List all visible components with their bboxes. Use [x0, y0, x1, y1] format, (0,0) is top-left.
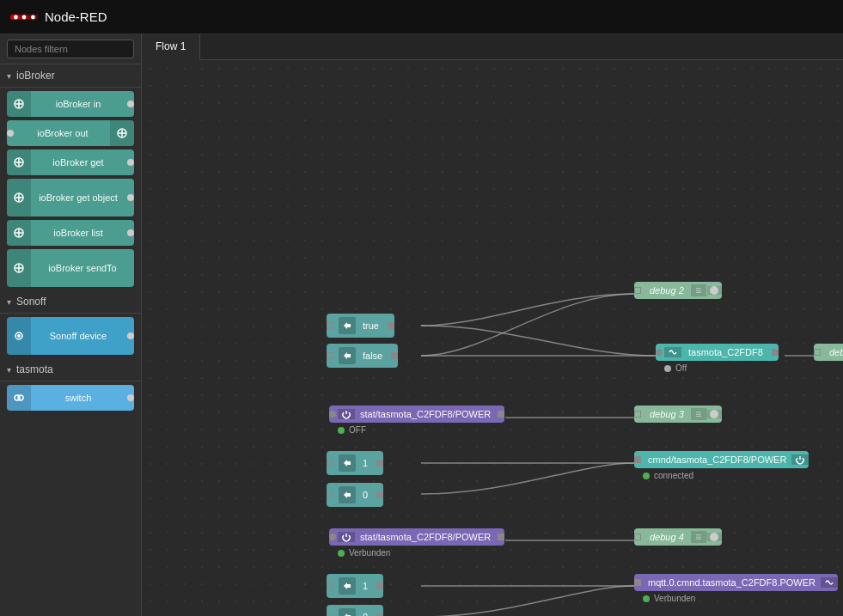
canvas-node-debug4[interactable]: debug 4 ≡: [634, 528, 722, 546]
debug4-toggle[interactable]: [706, 533, 722, 541]
port-right-inject1: [375, 458, 383, 468]
cmnd-power-svg: [795, 454, 805, 465]
stat-power2-icon: [338, 532, 355, 542]
node-icon-ioBroker-get-object: [7, 179, 31, 217]
debug3-toggle[interactable]: [706, 410, 722, 418]
inject0-label: 0: [359, 490, 371, 500]
port-right-true: [386, 320, 394, 331]
port-left-true: [327, 320, 335, 331]
main-layout: ▾ ioBroker ioBroker in ioBroker out: [0, 34, 843, 616]
sidebar-section-ioBroker-header[interactable]: ▾ ioBroker: [0, 64, 141, 88]
sidebar-section-Sonoff-header[interactable]: ▾ Sonoff: [0, 290, 141, 314]
node-label-ioBroker-in: ioBroker in: [31, 91, 125, 117]
sidebar-search-container: [0, 34, 141, 64]
sidebar-section-tasmota-header[interactable]: ▾ tasmota: [0, 358, 141, 381]
node-label-ioBroker-get-object: ioBroker get object: [31, 179, 125, 217]
node-icon-switch: [7, 385, 31, 411]
canvas-node-inject0[interactable]: 0: [327, 483, 383, 507]
debug5-node-label: debug 5: [822, 344, 843, 361]
tasmota-status-dot: [664, 365, 671, 372]
inject0b-arrows-icon: [342, 612, 352, 616]
debug4-node-label: debug 4: [643, 528, 691, 546]
canvas-node-stat-power[interactable]: stat/tasmota_C2FDF8/POWER OFF: [329, 406, 504, 423]
flow-tabs: Flow 1: [142, 34, 843, 60]
node-label-Sonoff-device: Sonoff device: [31, 317, 125, 355]
node-ioBroker-list[interactable]: ioBroker list: [7, 220, 134, 246]
canvas-node-cmnd[interactable]: cmnd/tasmota_C2FDF8/POWER connected: [634, 451, 809, 468]
node-switch[interactable]: switch: [7, 385, 134, 411]
ioBroker-list-icon: [13, 227, 25, 239]
arrows-icon: [342, 320, 352, 331]
debug3-node-label: debug 3: [643, 406, 691, 423]
search-input[interactable]: [7, 40, 134, 58]
canvas-node-stat-power2[interactable]: stat/tasmota_C2FDF8/POWER Verbunden: [329, 528, 504, 546]
tab-flow1-label: Flow 1: [156, 40, 186, 52]
port-left-ioBroker-out: [7, 120, 15, 146]
stat-power-status-dot: [338, 427, 345, 434]
debug4-lines-icon: ≡: [691, 531, 706, 543]
debug2-toggle[interactable]: [706, 286, 722, 295]
node-ioBroker-in[interactable]: ioBroker in: [7, 91, 134, 117]
mqtt-label: mqtt.0.cmnd.tasmota_C2FDF8.POWER: [643, 574, 821, 591]
node-label-switch: switch: [31, 385, 125, 411]
node-label-ioBroker-get: ioBroker get: [31, 149, 125, 175]
canvas-node-true[interactable]: true: [327, 314, 394, 338]
port-left-inject0b: [327, 612, 335, 616]
cmnd-label: cmnd/tasmota_C2FDF8/POWER: [643, 451, 791, 468]
canvas-node-inject1[interactable]: 1: [327, 451, 383, 475]
stat-power-status: OFF: [338, 425, 366, 435]
node-icon-ioBroker-sendTo: [7, 249, 31, 287]
node-Sonoff-device[interactable]: Sonoff device: [7, 317, 134, 355]
stat-power2-svg: [341, 532, 351, 542]
port-left-inject1: [327, 458, 335, 468]
port-left-inject1b: [327, 581, 335, 591]
node-label-ioBroker-list: ioBroker list: [31, 220, 125, 246]
ioBroker-get-icon: [13, 156, 25, 168]
canvas-node-debug3[interactable]: debug 3 ≡: [634, 406, 722, 423]
svg-marker-29: [344, 352, 351, 359]
canvas-node-debug2[interactable]: debug 2 ≡: [634, 282, 722, 299]
canvas-node-tasmota[interactable]: tasmota_C2FDF8 Off: [656, 344, 779, 361]
sidebar-section-tasmota-label: tasmota: [16, 363, 53, 375]
tasmota-node-label: tasmota_C2FDF8: [681, 344, 770, 361]
stat-power2-status-dot: [338, 550, 345, 557]
chevron-icon-tasmota: ▾: [7, 365, 11, 375]
inject0b-icon: [339, 608, 356, 616]
arrows-icon-false: [342, 351, 352, 361]
node-icon-ioBroker-in: [7, 91, 31, 117]
cmnd-status-text: connected: [654, 471, 693, 480]
canvas[interactable]: true false debug 2 ≡: [142, 60, 843, 616]
debug2-toggle-dot: [710, 286, 718, 295]
stat-power-status-text: OFF: [349, 425, 366, 435]
node-icon-ioBroker-out: [110, 120, 134, 146]
port-left-debug5: [814, 347, 822, 357]
canvas-node-inject1b[interactable]: 1: [327, 574, 383, 598]
node-ioBroker-get[interactable]: ioBroker get: [7, 149, 134, 175]
canvas-node-mqtt[interactable]: mqtt.0.cmnd.tasmota_C2FDF8.POWER Verbund…: [634, 574, 838, 591]
node-ioBroker-sendTo[interactable]: ioBroker sendTo: [7, 249, 134, 287]
sidebar-section-Sonoff: ▾ Sonoff Sonoff device: [0, 290, 141, 355]
stat-power-label: stat/tasmota_C2FDF8/POWER: [355, 406, 496, 423]
mqtt-status-dot: [643, 595, 650, 602]
node-red-logo-icon: [10, 9, 38, 26]
inject-arrows-icon-0: [342, 490, 352, 500]
svg-point-2: [14, 15, 18, 19]
true-node-label: true: [359, 320, 382, 331]
inject0b-label: 0: [359, 612, 371, 616]
canvas-node-debug5[interactable]: debug 5 ≡: [814, 344, 843, 361]
node-ioBroker-get-object[interactable]: ioBroker get object: [7, 179, 134, 217]
debug2-node-label: debug 2: [643, 282, 691, 299]
inject1-label: 1: [359, 458, 371, 468]
canvas-node-false[interactable]: false: [327, 344, 398, 368]
node-ioBroker-out[interactable]: ioBroker out: [7, 120, 134, 146]
sidebar-section-ioBroker-label: ioBroker: [16, 70, 55, 82]
sidebar-section-Sonoff-label: Sonoff: [16, 296, 46, 308]
power-icon: [341, 409, 351, 419]
sidebar-section-ioBroker: ▾ ioBroker ioBroker in ioBroker out: [0, 64, 141, 287]
canvas-node-inject0b[interactable]: 0: [327, 605, 383, 616]
inject1b-label: 1: [359, 581, 371, 591]
tasmota-wave-icon: [668, 347, 678, 357]
tab-flow1[interactable]: Flow 1: [142, 34, 200, 60]
mqtt-icon: [821, 577, 838, 588]
port-right-Sonoff-device: [125, 317, 134, 355]
